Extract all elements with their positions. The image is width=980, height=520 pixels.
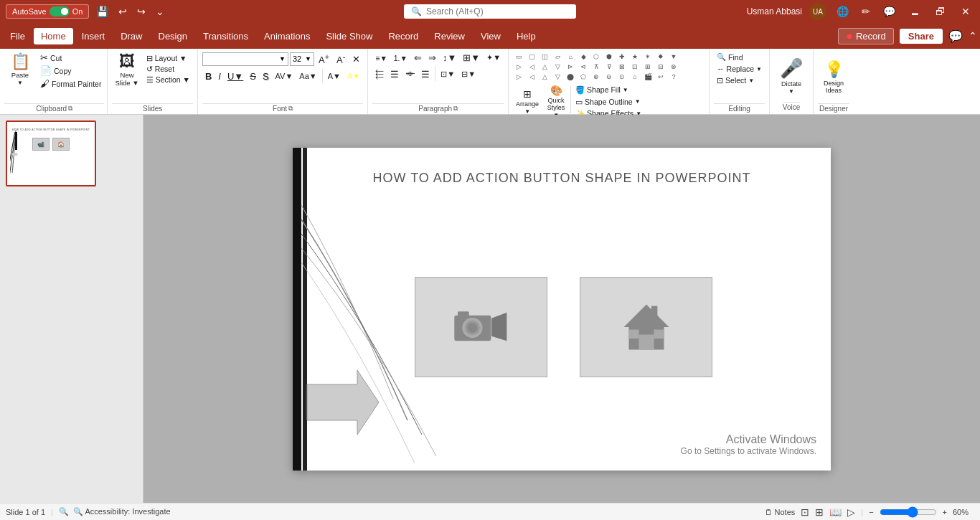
shape-action5[interactable]: ⊳ bbox=[565, 62, 576, 72]
zoom-slider[interactable] bbox=[880, 506, 937, 518]
shape-action1[interactable]: ▷ bbox=[513, 62, 524, 72]
ribbon-collapse-icon[interactable]: ⌃ bbox=[969, 30, 977, 42]
align-text-button[interactable]: ⊟▼ bbox=[458, 69, 479, 80]
shape-action3[interactable]: △ bbox=[539, 62, 550, 72]
menu-transitions[interactable]: Transitions bbox=[196, 28, 255, 44]
shape-octagon[interactable]: ⬢ bbox=[603, 52, 615, 62]
align-left-button[interactable]: ⬱ bbox=[372, 67, 387, 80]
shape-parallelogram[interactable]: ▱ bbox=[552, 52, 563, 62]
format-painter-button[interactable]: 🖌 Format Painter bbox=[37, 77, 104, 90]
ribbon-icon[interactable]: 🌐 bbox=[834, 4, 852, 19]
accessibility-label[interactable]: 🔍 🔍 Accessibility: Investigate bbox=[59, 507, 171, 516]
design-ideas-button[interactable]: 💡 DesignIdeas bbox=[818, 59, 849, 95]
smartart-button[interactable]: ✦▼ bbox=[484, 52, 504, 63]
decrease-indent-button[interactable]: ⇐ bbox=[411, 52, 425, 64]
cut-button[interactable]: ✂ Cut bbox=[37, 52, 104, 64]
shape-b1[interactable]: ▷ bbox=[513, 72, 524, 82]
menu-help[interactable]: Help bbox=[509, 28, 543, 44]
change-case-button[interactable]: Aa▼ bbox=[296, 71, 319, 81]
shape-star5[interactable]: ★ bbox=[629, 52, 641, 62]
shape-rounded-rect[interactable]: ▢ bbox=[526, 52, 537, 62]
minimize-button[interactable]: 🗕 bbox=[905, 4, 924, 19]
shape-action7[interactable]: ⊼ bbox=[590, 62, 602, 72]
shape-action8[interactable]: ⊽ bbox=[603, 62, 615, 72]
menu-view[interactable]: View bbox=[473, 28, 508, 44]
numbering-button[interactable]: 1.▼ bbox=[391, 53, 410, 63]
search-input[interactable] bbox=[426, 6, 569, 16]
shape-cross[interactable]: ✚ bbox=[616, 52, 628, 62]
copy-button[interactable]: 📄 Copy bbox=[37, 65, 104, 77]
shape-diamond[interactable]: ◆ bbox=[578, 52, 589, 62]
shape-action10[interactable]: ⊡ bbox=[629, 62, 641, 72]
record-button[interactable]: ⏺ Record bbox=[838, 28, 894, 44]
shape-b7[interactable]: ⊕ bbox=[590, 72, 602, 82]
slide-panel[interactable]: 1 HOW TO ADD ACTION BUTTON SHAPE IN POWE… bbox=[0, 115, 143, 503]
search-bar[interactable]: 🔍 bbox=[404, 4, 576, 19]
layout-button[interactable]: ⊟ Layout ▼ bbox=[143, 53, 193, 63]
menu-record[interactable]: Record bbox=[381, 28, 425, 44]
share-button[interactable]: Share bbox=[900, 29, 943, 44]
paragraph-expand-icon[interactable]: ⧉ bbox=[453, 105, 458, 113]
text-direction-button[interactable]: ⊡▼ bbox=[438, 69, 458, 80]
shape-b2[interactable]: ◁ bbox=[526, 72, 537, 82]
shape-b13[interactable]: ? bbox=[668, 72, 679, 82]
reset-button[interactable]: ↺ Reset bbox=[143, 64, 193, 74]
underline-button[interactable]: U▼ bbox=[225, 70, 246, 82]
bullets-button[interactable]: ≡▼ bbox=[372, 53, 390, 63]
customize-icon[interactable]: ⌄ bbox=[153, 4, 167, 19]
menu-slideshow[interactable]: Slide Show bbox=[319, 28, 380, 44]
shape-hexagon[interactable]: ⬡ bbox=[590, 52, 602, 62]
shape-outline-button[interactable]: ▭ Shape Outline ▼ bbox=[573, 97, 644, 107]
menu-file[interactable]: File bbox=[3, 28, 32, 44]
shape-b11[interactable]: 🎬 bbox=[642, 72, 654, 82]
select-button[interactable]: ⊡ Select ▼ bbox=[714, 75, 757, 85]
zoom-out-button[interactable]: − bbox=[869, 508, 873, 516]
font-color-button[interactable]: A▼ bbox=[344, 71, 363, 81]
section-button[interactable]: ☰ Section ▼ bbox=[143, 75, 193, 85]
text-highlight-button[interactable]: A▼ bbox=[325, 71, 344, 81]
action-button-camera[interactable] bbox=[415, 277, 547, 377]
reading-view-button[interactable]: 📖 bbox=[829, 506, 842, 518]
line-spacing-button[interactable]: ↕▼ bbox=[440, 52, 459, 64]
font-size-dropdown[interactable]: ▼ bbox=[305, 55, 311, 62]
slideshow-button[interactable]: ▷ bbox=[847, 506, 855, 518]
shape-starburst[interactable]: ✸ bbox=[655, 52, 666, 62]
shape-b9[interactable]: ⊙ bbox=[616, 72, 628, 82]
columns-button[interactable]: ⊞▼ bbox=[460, 52, 483, 64]
menu-home[interactable]: Home bbox=[34, 28, 73, 44]
close-button[interactable]: ✕ bbox=[957, 4, 974, 19]
shape-action2[interactable]: ◁ bbox=[526, 62, 537, 72]
shape-star6[interactable]: ✶ bbox=[642, 52, 654, 62]
shape-b4[interactable]: ▽ bbox=[552, 72, 563, 82]
slide-sorter-button[interactable]: ⊞ bbox=[815, 506, 824, 518]
menu-insert[interactable]: Insert bbox=[75, 28, 113, 44]
shape-rect[interactable]: ▭ bbox=[513, 52, 524, 62]
shape-action9[interactable]: ⊠ bbox=[616, 62, 628, 72]
autosave-button[interactable]: AutoSave On bbox=[6, 4, 89, 19]
notes-button[interactable]: 🗒 Notes bbox=[765, 508, 796, 516]
shape-action12[interactable]: ⊟ bbox=[655, 62, 666, 72]
slide-thumbnail-1[interactable]: HOW TO ADD ACTION BUTTON SHAPE IN POWERP… bbox=[6, 120, 96, 186]
pen-icon[interactable]: ✏ bbox=[859, 4, 873, 19]
clear-format-button[interactable]: ✕ bbox=[349, 53, 363, 65]
shape-action6[interactable]: ⊲ bbox=[578, 62, 589, 72]
arrange-button[interactable]: ⊞ Arrange ▼ bbox=[513, 87, 542, 116]
canvas-area[interactable]: HOW TO ADD ACTION BUTTON SHAPE IN POWERP… bbox=[143, 115, 980, 503]
align-center-button[interactable]: ☰ bbox=[387, 68, 402, 80]
save-icon[interactable]: 💾 bbox=[93, 4, 111, 19]
slide-canvas[interactable]: HOW TO ADD ACTION BUTTON SHAPE IN POWERP… bbox=[293, 148, 831, 471]
font-name-dropdown[interactable]: ▼ bbox=[279, 55, 286, 62]
dictate-button[interactable]: 🎤 Dictate ▼ bbox=[776, 56, 807, 96]
clipboard-expand-icon[interactable]: ⧉ bbox=[68, 105, 72, 113]
shape-b10[interactable]: ⌂ bbox=[629, 72, 641, 82]
align-right-button[interactable]: ⬲ bbox=[402, 68, 418, 80]
shape-more[interactable]: ▼ bbox=[668, 52, 679, 62]
shape-fill-button[interactable]: 🪣 Shape Fill ▼ bbox=[573, 85, 644, 95]
feedback-icon[interactable]: 💬 bbox=[880, 4, 898, 19]
shape-snip-rect[interactable]: ◫ bbox=[539, 52, 550, 62]
shape-b12[interactable]: ↩ bbox=[655, 72, 666, 82]
font-name-box[interactable]: ▼ bbox=[202, 52, 288, 66]
menu-design[interactable]: Design bbox=[151, 28, 194, 44]
shape-action13[interactable]: ⊗ bbox=[668, 62, 679, 72]
action-button-home[interactable] bbox=[580, 277, 712, 377]
